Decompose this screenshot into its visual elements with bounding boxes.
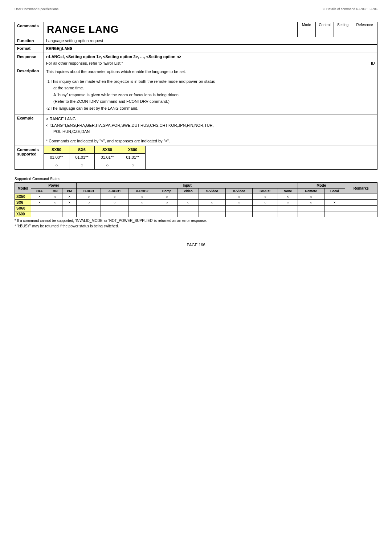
description-row: Description This inquires about the para… bbox=[15, 67, 377, 114]
sx50-col-header: SX50 bbox=[44, 146, 69, 154]
input-cell-1: ○ bbox=[101, 194, 128, 200]
example-row: Example > RANGE LANG < r:LANG=l,ENG,FRA,… bbox=[15, 114, 377, 146]
mode-cell-1 bbox=[324, 194, 345, 200]
empty-header-cols bbox=[146, 146, 377, 154]
function-value: Language setting option request bbox=[44, 37, 377, 45]
description-content: This inquires about the parameter option… bbox=[44, 67, 377, 114]
sx60-circle: ○ bbox=[95, 161, 120, 170]
sx50-circle: ○ bbox=[44, 161, 69, 170]
power-cell-2: × bbox=[62, 194, 77, 200]
desc-note2: A “busy” response is given while the zoo… bbox=[53, 92, 375, 98]
example-line1: > RANGE LANG bbox=[46, 116, 375, 122]
model-cell-sx6: SX6 bbox=[15, 200, 31, 206]
supported-states-title: Supported Command States bbox=[15, 177, 377, 181]
power-cell-2 bbox=[62, 206, 77, 211]
mode-col-header: Mode bbox=[298, 22, 316, 37]
mode-cell-1: × bbox=[324, 200, 345, 206]
input-cell-5 bbox=[199, 211, 226, 217]
supported-note1: * If a command cannot be supported, 'INV… bbox=[15, 219, 377, 223]
remarks-cell bbox=[345, 211, 377, 217]
input-cell-6: ○ bbox=[225, 200, 253, 206]
desc-note4: -2 The language can be set by the LANG c… bbox=[46, 105, 375, 112]
example-label: Example bbox=[15, 114, 44, 146]
example-content: > RANGE LANG < r:LANG=l,ENG,FRA,GER,ITA,… bbox=[44, 114, 377, 146]
input-argb2-header: A-RGB2 bbox=[128, 189, 156, 194]
response-row: Response r:LANG=l, <Setting option 1>, <… bbox=[15, 53, 377, 67]
power-on-header: ON bbox=[48, 189, 62, 194]
sx60-version: 01.01** bbox=[95, 154, 120, 161]
input-cell-2 bbox=[128, 211, 156, 217]
input-none-header: None bbox=[278, 189, 298, 194]
control-col-header: Control bbox=[316, 22, 334, 37]
power-off-header: OFF bbox=[31, 189, 48, 194]
supported-row-sx6: SX6×○×○○○○○○○○○○× bbox=[15, 200, 377, 206]
power-cell-0 bbox=[31, 206, 48, 211]
input-cell-4: ○ bbox=[177, 200, 199, 206]
commands-supported-circle-row: ○ ○ ○ ○ bbox=[15, 161, 377, 170]
response-content: r:LANG=l, <Setting option 1>, <Setting o… bbox=[44, 53, 352, 67]
empty-circle-cols bbox=[146, 161, 377, 170]
commands-label: Commands bbox=[15, 22, 44, 37]
page-number: PAGE 166 bbox=[187, 243, 205, 247]
input-cell-3: ○ bbox=[156, 200, 177, 206]
command-title: RANGE LANG bbox=[47, 24, 119, 35]
supported-note2: * "i:BUSY" may be returned if the power … bbox=[15, 224, 377, 228]
mode-cell-1 bbox=[324, 206, 345, 211]
mode-cell-0: ○ bbox=[298, 194, 324, 200]
desc-note3: (Refer to the ZCONTDRV command and FCONT… bbox=[53, 98, 375, 105]
power-pm-header: PM bbox=[62, 189, 77, 194]
input-cell-3: ○ bbox=[156, 194, 177, 200]
page-header: User Command Specifications 9. Details o… bbox=[15, 7, 377, 11]
remarks-cell bbox=[345, 200, 377, 206]
desc-note1: -1 This inquiry can be made when the pro… bbox=[46, 78, 375, 85]
setting-col-header: Setting bbox=[334, 22, 352, 37]
input-dvideo-header: D-Video bbox=[225, 189, 253, 194]
response-label: Response bbox=[15, 53, 44, 67]
response-line1: r:LANG=l, <Setting option 1>, <Setting o… bbox=[46, 54, 350, 59]
format-label: Format bbox=[15, 45, 44, 53]
mode-cell-0 bbox=[298, 211, 324, 217]
sx6-col-header: SX6 bbox=[69, 146, 95, 154]
header-right: 9. Details of command RANGE LANG bbox=[323, 7, 377, 11]
power-cell-2: × bbox=[62, 200, 77, 206]
desc-line1: This inquires about the parameter option… bbox=[46, 69, 375, 75]
input-cell-8: ○ bbox=[278, 200, 298, 206]
x600-circle: ○ bbox=[120, 161, 146, 170]
mode-cell-0: ○ bbox=[298, 200, 324, 206]
input-cell-6 bbox=[225, 211, 253, 217]
model-cell-sx50: SX50 bbox=[15, 194, 31, 200]
input-col-header: Input bbox=[77, 183, 298, 189]
desc-note1b: at the same time. bbox=[53, 85, 375, 91]
sx50-version: 01.00** bbox=[44, 154, 69, 161]
format-value: RANGE□LANG bbox=[44, 45, 377, 53]
input-cell-7: ○ bbox=[253, 200, 278, 206]
example-line2: < r:LANG=l,ENG,FRA,GER,ITA,SPA,POR,SWE,D… bbox=[46, 122, 375, 129]
input-cell-7 bbox=[253, 206, 278, 211]
format-row: Format RANGE□LANG bbox=[15, 45, 377, 53]
input-cell-4 bbox=[177, 211, 199, 217]
model-cell-x600: X600 bbox=[15, 211, 31, 217]
input-cell-4: – bbox=[177, 194, 199, 200]
input-cell-1 bbox=[101, 206, 128, 211]
supported-col-header-row1: Model Power Input Mode Remarks bbox=[15, 183, 377, 189]
remarks-cell bbox=[345, 206, 377, 211]
mode-col-header-st: Mode bbox=[298, 183, 345, 189]
function-row: Function Language setting option request bbox=[15, 37, 377, 45]
input-cell-0 bbox=[77, 211, 101, 217]
input-cell-1: ○ bbox=[101, 200, 128, 206]
power-cell-2 bbox=[62, 211, 77, 217]
header-left: User Command Specifications bbox=[15, 7, 58, 11]
input-video-header: Video bbox=[177, 189, 199, 194]
input-cell-2: ○ bbox=[128, 200, 156, 206]
supported-col-header-row2: OFF ON PM D-RGB A-RGB1 A-RGB2 Comp Video… bbox=[15, 189, 377, 194]
supported-states-table: Model Power Input Mode Remarks OFF ON PM… bbox=[15, 182, 377, 217]
mode-local-header: Local bbox=[324, 189, 345, 194]
description-label: Description bbox=[15, 67, 44, 114]
supported-row-x600: X600 bbox=[15, 211, 377, 217]
x600-version: 01.01** bbox=[120, 154, 146, 161]
input-cell-3 bbox=[156, 211, 177, 217]
sx60-col-header: SX60 bbox=[95, 146, 120, 154]
input-argb1-header: A-RGB1 bbox=[101, 189, 128, 194]
input-cell-5: ○ bbox=[199, 200, 226, 206]
input-svideo-header: S-Video bbox=[199, 189, 226, 194]
